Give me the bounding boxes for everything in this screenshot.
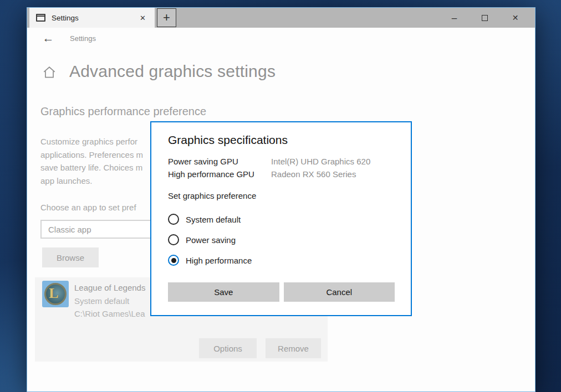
close-button[interactable]: ✕ (500, 8, 531, 28)
spec-label: Power saving GPU (168, 156, 271, 168)
radio-circle-icon (168, 234, 179, 245)
page-title-row: Advanced graphics settings (42, 62, 276, 81)
tab-strip: Settings ✕ + – ✕ (27, 8, 535, 28)
home-icon (42, 65, 57, 80)
close-icon: ✕ (512, 14, 519, 22)
remove-button[interactable]: Remove (266, 338, 321, 358)
tab-title: Settings (52, 14, 137, 22)
dialog-title: Graphics specifications (168, 133, 395, 147)
app-logo-letter: L (49, 285, 58, 302)
gpu-spec-table: Power saving GPU Intel(R) UHD Graphics 6… (168, 156, 395, 180)
page-title: Advanced graphics settings (69, 62, 276, 81)
cancel-button[interactable]: Cancel (284, 282, 395, 302)
choose-app-label: Choose an app to set pref (40, 203, 136, 212)
radio-label: High performance (186, 256, 252, 265)
radio-circle-icon (168, 214, 179, 225)
plus-icon: + (163, 11, 170, 25)
tab-close-icon[interactable]: ✕ (137, 13, 148, 23)
titlebar-drag-area[interactable] (176, 8, 439, 28)
tab-settings[interactable]: Settings ✕ (29, 8, 155, 28)
minimize-button[interactable]: – (439, 8, 470, 28)
breadcrumb: Settings (70, 34, 96, 43)
graphics-specifications-dialog: Graphics specifications Power saving GPU… (150, 121, 412, 316)
back-button[interactable]: ← (39, 30, 57, 47)
radio-power-saving[interactable]: Power saving (168, 233, 395, 247)
maximize-icon (482, 15, 488, 21)
new-tab-button[interactable]: + (157, 8, 176, 27)
options-button[interactable]: Options (199, 338, 257, 358)
back-arrow-icon: ← (43, 32, 54, 45)
window-controls: – ✕ (439, 8, 535, 28)
radio-system-default[interactable]: System default (168, 212, 395, 226)
app-name: League of Legends (74, 283, 145, 292)
browse-button[interactable]: Browse (42, 247, 99, 267)
app-preference: System default (74, 296, 129, 306)
section-heading: Graphics performance preference (40, 105, 206, 118)
graphics-preference-radio-group: System default Power saving High perform… (168, 212, 395, 267)
app-type-selected-value: Classic app (48, 225, 91, 234)
radio-circle-icon (168, 255, 179, 266)
maximize-button[interactable] (470, 8, 500, 28)
spec-value: Intel(R) UHD Graphics 620 (271, 156, 395, 168)
settings-content: ← Settings Advanced graphics settings Gr… (27, 28, 535, 391)
radio-label: Power saving (186, 235, 236, 245)
spec-value: Radeon RX 560 Series (271, 168, 395, 180)
preference-group-label: Set graphics preference (168, 191, 395, 200)
settings-app-icon (36, 14, 45, 22)
dialog-button-row: Save Cancel (168, 282, 395, 302)
radio-label: System default (186, 215, 241, 224)
app-logo-ring: L (44, 283, 67, 305)
settings-window: Settings ✕ + – ✕ ← Settings (27, 7, 536, 392)
league-of-legends-icon: L (42, 281, 69, 307)
radio-high-performance[interactable]: High performance (168, 253, 395, 267)
app-path: C:\Riot Games\Lea (74, 309, 145, 318)
spec-label: High performance GPU (168, 168, 271, 180)
minimize-icon: – (452, 13, 457, 23)
save-button[interactable]: Save (168, 282, 279, 302)
